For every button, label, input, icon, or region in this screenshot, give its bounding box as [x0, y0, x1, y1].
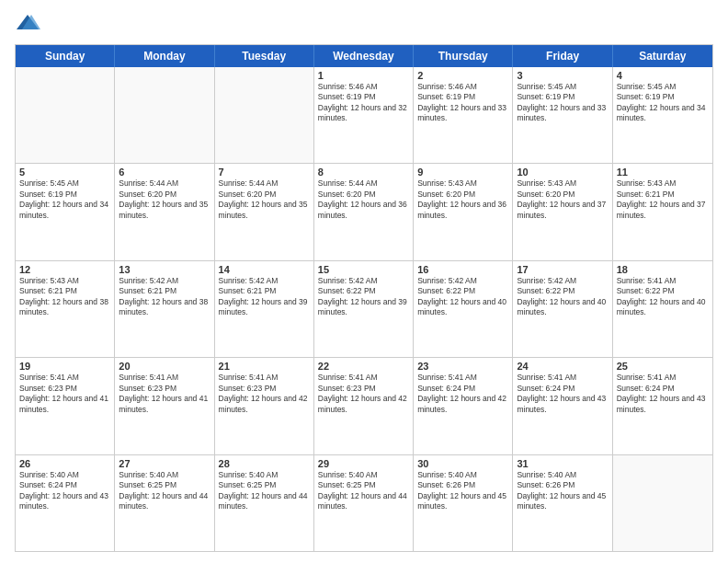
- cell-sun-info: Sunrise: 5:40 AMSunset: 6:25 PMDaylight:…: [119, 470, 210, 512]
- day-number: 24: [517, 361, 608, 372]
- day-number: 26: [19, 458, 110, 469]
- day-number: 1: [318, 70, 409, 81]
- day-number: 8: [318, 167, 409, 178]
- day-number: 2: [417, 70, 508, 81]
- day-number: 6: [119, 167, 210, 178]
- day-number: 17: [517, 264, 608, 275]
- cell-sun-info: Sunrise: 5:41 AMSunset: 6:24 PMDaylight:…: [617, 373, 709, 415]
- cell-sun-info: Sunrise: 5:41 AMSunset: 6:23 PMDaylight:…: [19, 373, 110, 415]
- day-number: 28: [219, 458, 310, 469]
- calendar-cell: [613, 455, 712, 551]
- calendar-cell: 8Sunrise: 5:44 AMSunset: 6:20 PMDaylight…: [314, 164, 414, 259]
- day-number: 3: [517, 70, 608, 81]
- cell-sun-info: Sunrise: 5:44 AMSunset: 6:20 PMDaylight:…: [119, 178, 210, 221]
- cell-sun-info: Sunrise: 5:41 AMSunset: 6:24 PMDaylight:…: [417, 373, 508, 415]
- cell-sun-info: Sunrise: 5:42 AMSunset: 6:21 PMDaylight:…: [119, 276, 210, 318]
- cell-sun-info: Sunrise: 5:41 AMSunset: 6:23 PMDaylight:…: [119, 373, 210, 415]
- day-number: 25: [617, 361, 709, 372]
- calendar-cell: 28Sunrise: 5:40 AMSunset: 6:25 PMDayligh…: [215, 455, 314, 551]
- cell-sun-info: Sunrise: 5:45 AMSunset: 6:19 PMDaylight:…: [19, 178, 110, 221]
- calendar-cell: [215, 67, 314, 163]
- calendar-cell: 15Sunrise: 5:42 AMSunset: 6:22 PMDayligh…: [314, 261, 414, 357]
- calendar-row: 26Sunrise: 5:40 AMSunset: 6:24 PMDayligh…: [16, 455, 712, 551]
- day-number: 10: [517, 167, 608, 178]
- calendar-cell: 23Sunrise: 5:41 AMSunset: 6:24 PMDayligh…: [414, 358, 513, 454]
- calendar-cell: 9Sunrise: 5:43 AMSunset: 6:20 PMDaylight…: [414, 164, 513, 259]
- day-number: 12: [19, 264, 110, 275]
- calendar-cell: 12Sunrise: 5:43 AMSunset: 6:21 PMDayligh…: [16, 261, 115, 357]
- cell-sun-info: Sunrise: 5:42 AMSunset: 6:22 PMDaylight:…: [517, 276, 608, 318]
- calendar-cell: 3Sunrise: 5:45 AMSunset: 6:19 PMDaylight…: [513, 67, 612, 163]
- calendar-row: 12Sunrise: 5:43 AMSunset: 6:21 PMDayligh…: [16, 261, 712, 358]
- cell-sun-info: Sunrise: 5:40 AMSunset: 6:25 PMDaylight:…: [318, 470, 409, 512]
- cell-sun-info: Sunrise: 5:42 AMSunset: 6:22 PMDaylight:…: [417, 276, 508, 318]
- calendar-header-cell: Monday: [115, 45, 214, 67]
- calendar: SundayMondayTuesdayWednesdayThursdayFrid…: [15, 44, 713, 552]
- calendar-cell: 20Sunrise: 5:41 AMSunset: 6:23 PMDayligh…: [115, 358, 214, 454]
- calendar-cell: [16, 67, 115, 163]
- cell-sun-info: Sunrise: 5:46 AMSunset: 6:19 PMDaylight:…: [417, 82, 508, 124]
- calendar-row: 1Sunrise: 5:46 AMSunset: 6:19 PMDaylight…: [16, 67, 712, 164]
- logo: [15, 11, 44, 37]
- cell-sun-info: Sunrise: 5:41 AMSunset: 6:23 PMDaylight:…: [219, 373, 310, 415]
- cell-sun-info: Sunrise: 5:41 AMSunset: 6:22 PMDaylight:…: [617, 276, 709, 318]
- day-number: 21: [219, 361, 310, 372]
- calendar-cell: 2Sunrise: 5:46 AMSunset: 6:19 PMDaylight…: [414, 67, 513, 163]
- day-number: 29: [318, 458, 409, 469]
- calendar-header-cell: Thursday: [414, 45, 513, 67]
- calendar-header-cell: Friday: [513, 45, 612, 67]
- calendar-header-cell: Wednesday: [314, 45, 414, 67]
- day-number: 23: [417, 361, 508, 372]
- calendar-header-cell: Saturday: [613, 45, 712, 67]
- calendar-cell: [115, 67, 214, 163]
- calendar-cell: 22Sunrise: 5:41 AMSunset: 6:23 PMDayligh…: [314, 358, 414, 454]
- cell-sun-info: Sunrise: 5:43 AMSunset: 6:21 PMDaylight:…: [19, 276, 110, 318]
- day-number: 19: [19, 361, 110, 372]
- cell-sun-info: Sunrise: 5:45 AMSunset: 6:19 PMDaylight:…: [517, 82, 608, 124]
- cell-sun-info: Sunrise: 5:43 AMSunset: 6:20 PMDaylight:…: [517, 178, 608, 221]
- cell-sun-info: Sunrise: 5:42 AMSunset: 6:21 PMDaylight:…: [219, 276, 310, 318]
- cell-sun-info: Sunrise: 5:41 AMSunset: 6:23 PMDaylight:…: [318, 373, 409, 415]
- cell-sun-info: Sunrise: 5:42 AMSunset: 6:22 PMDaylight:…: [318, 276, 409, 318]
- header: [15, 11, 713, 37]
- calendar-cell: 29Sunrise: 5:40 AMSunset: 6:25 PMDayligh…: [314, 455, 414, 551]
- day-number: 7: [219, 167, 310, 178]
- calendar-cell: 18Sunrise: 5:41 AMSunset: 6:22 PMDayligh…: [613, 261, 712, 357]
- calendar-cell: 26Sunrise: 5:40 AMSunset: 6:24 PMDayligh…: [16, 455, 115, 551]
- day-number: 16: [417, 264, 508, 275]
- page: SundayMondayTuesdayWednesdayThursdayFrid…: [0, 0, 728, 563]
- cell-sun-info: Sunrise: 5:40 AMSunset: 6:25 PMDaylight:…: [219, 470, 310, 512]
- day-number: 15: [318, 264, 409, 275]
- calendar-cell: 27Sunrise: 5:40 AMSunset: 6:25 PMDayligh…: [115, 455, 214, 551]
- cell-sun-info: Sunrise: 5:40 AMSunset: 6:26 PMDaylight:…: [417, 470, 508, 512]
- calendar-cell: 14Sunrise: 5:42 AMSunset: 6:21 PMDayligh…: [215, 261, 314, 357]
- calendar-cell: 10Sunrise: 5:43 AMSunset: 6:20 PMDayligh…: [513, 164, 612, 259]
- day-number: 20: [119, 361, 210, 372]
- cell-sun-info: Sunrise: 5:40 AMSunset: 6:24 PMDaylight:…: [19, 470, 110, 512]
- calendar-cell: 19Sunrise: 5:41 AMSunset: 6:23 PMDayligh…: [16, 358, 115, 454]
- day-number: 30: [417, 458, 508, 469]
- cell-sun-info: Sunrise: 5:44 AMSunset: 6:20 PMDaylight:…: [219, 178, 310, 221]
- calendar-cell: 4Sunrise: 5:45 AMSunset: 6:19 PMDaylight…: [613, 67, 712, 163]
- calendar-cell: 25Sunrise: 5:41 AMSunset: 6:24 PMDayligh…: [613, 358, 712, 454]
- calendar-cell: 17Sunrise: 5:42 AMSunset: 6:22 PMDayligh…: [513, 261, 612, 357]
- calendar-cell: 16Sunrise: 5:42 AMSunset: 6:22 PMDayligh…: [414, 261, 513, 357]
- logo-icon: [15, 11, 40, 37]
- cell-sun-info: Sunrise: 5:40 AMSunset: 6:26 PMDaylight:…: [517, 470, 608, 512]
- calendar-cell: 21Sunrise: 5:41 AMSunset: 6:23 PMDayligh…: [215, 358, 314, 454]
- cell-sun-info: Sunrise: 5:43 AMSunset: 6:20 PMDaylight:…: [417, 178, 508, 221]
- cell-sun-info: Sunrise: 5:43 AMSunset: 6:21 PMDaylight:…: [617, 178, 709, 221]
- day-number: 9: [417, 167, 508, 178]
- day-number: 11: [617, 167, 709, 178]
- calendar-cell: 11Sunrise: 5:43 AMSunset: 6:21 PMDayligh…: [613, 164, 712, 259]
- calendar-cell: 31Sunrise: 5:40 AMSunset: 6:26 PMDayligh…: [513, 455, 612, 551]
- cell-sun-info: Sunrise: 5:45 AMSunset: 6:19 PMDaylight:…: [617, 82, 709, 124]
- calendar-cell: 7Sunrise: 5:44 AMSunset: 6:20 PMDaylight…: [215, 164, 314, 259]
- day-number: 27: [119, 458, 210, 469]
- calendar-cell: 13Sunrise: 5:42 AMSunset: 6:21 PMDayligh…: [115, 261, 214, 357]
- calendar-cell: 30Sunrise: 5:40 AMSunset: 6:26 PMDayligh…: [414, 455, 513, 551]
- day-number: 5: [19, 167, 110, 178]
- day-number: 18: [617, 264, 709, 275]
- calendar-row: 5Sunrise: 5:45 AMSunset: 6:19 PMDaylight…: [16, 164, 712, 260]
- day-number: 14: [219, 264, 310, 275]
